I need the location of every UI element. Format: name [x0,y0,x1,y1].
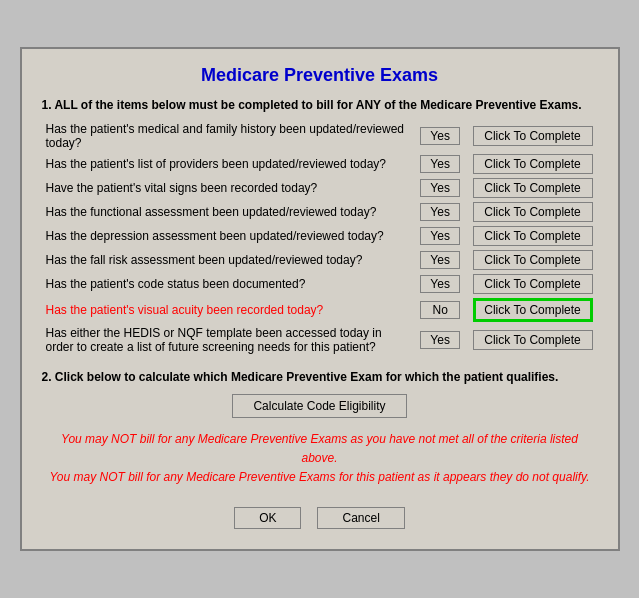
question-text: Has the functional assessment been updat… [42,200,413,224]
answer-button[interactable]: Yes [420,275,460,293]
answer-button[interactable]: Yes [420,331,460,349]
complete-button[interactable]: Click To Complete [473,250,593,270]
items-table: Has the patient's medical and family his… [42,120,598,356]
dialog-title: Medicare Preventive Exams [42,65,598,86]
complete-cell: Click To Complete [468,224,598,248]
question-text: Has the patient's visual acuity been rec… [42,296,413,324]
complete-cell: Click To Complete [468,152,598,176]
complete-button[interactable]: Click To Complete [473,154,593,174]
main-dialog: Medicare Preventive Exams 1. ALL of the … [20,47,620,552]
section1-header: 1. ALL of the items below must be comple… [42,98,598,112]
answer-cell: Yes [413,272,468,296]
complete-button[interactable]: Click To Complete [473,274,593,294]
answer-cell: Yes [413,152,468,176]
question-text: Has the fall risk assessment been update… [42,248,413,272]
calc-btn-container: Calculate Code Eligibility [42,394,598,418]
answer-cell: Yes [413,224,468,248]
table-row: Have the patient's vital signs been reco… [42,176,598,200]
answer-button[interactable]: Yes [420,203,460,221]
complete-cell: Click To Complete [468,176,598,200]
ok-button[interactable]: OK [234,507,301,529]
bottom-buttons: OK Cancel [42,507,598,529]
answer-button[interactable]: Yes [420,251,460,269]
complete-button[interactable]: Click To Complete [473,298,593,322]
answer-button[interactable]: Yes [420,227,460,245]
table-row: Has the patient's list of providers been… [42,152,598,176]
question-text: Have the patient's vital signs been reco… [42,176,413,200]
complete-button[interactable]: Click To Complete [473,202,593,222]
complete-button[interactable]: Click To Complete [473,330,593,350]
answer-button[interactable]: No [420,301,460,319]
warning-line2: You may NOT bill for any Medicare Preven… [42,468,598,487]
question-text: Has the patient's list of providers been… [42,152,413,176]
table-row: Has the functional assessment been updat… [42,200,598,224]
question-text: Has the patient's medical and family his… [42,120,413,152]
complete-button[interactable]: Click To Complete [473,226,593,246]
complete-button[interactable]: Click To Complete [473,126,593,146]
table-row: Has either the HEDIS or NQF template bee… [42,324,598,356]
answer-cell: No [413,296,468,324]
complete-cell: Click To Complete [468,248,598,272]
complete-cell: Click To Complete [468,120,598,152]
answer-button[interactable]: Yes [420,179,460,197]
complete-button[interactable]: Click To Complete [473,178,593,198]
answer-button[interactable]: Yes [420,127,460,145]
answer-cell: Yes [413,324,468,356]
answer-cell: Yes [413,248,468,272]
complete-cell: Click To Complete [468,200,598,224]
table-row: Has the fall risk assessment been update… [42,248,598,272]
calculate-button[interactable]: Calculate Code Eligibility [232,394,406,418]
complete-cell: Click To Complete [468,296,598,324]
warning-line1: You may NOT bill for any Medicare Preven… [42,430,598,468]
complete-cell: Click To Complete [468,324,598,356]
question-text: Has the depression assessment been updat… [42,224,413,248]
warning-text: You may NOT bill for any Medicare Preven… [42,430,598,488]
table-row: Has the patient's visual acuity been rec… [42,296,598,324]
question-text: Has either the HEDIS or NQF template bee… [42,324,413,356]
answer-cell: Yes [413,176,468,200]
table-row: Has the patient's medical and family his… [42,120,598,152]
answer-cell: Yes [413,200,468,224]
answer-button[interactable]: Yes [420,155,460,173]
table-row: Has the depression assessment been updat… [42,224,598,248]
question-text: Has the patient's code status been docum… [42,272,413,296]
complete-cell: Click To Complete [468,272,598,296]
cancel-button[interactable]: Cancel [317,507,404,529]
section2-header: 2. Click below to calculate which Medica… [42,370,598,384]
answer-cell: Yes [413,120,468,152]
table-row: Has the patient's code status been docum… [42,272,598,296]
